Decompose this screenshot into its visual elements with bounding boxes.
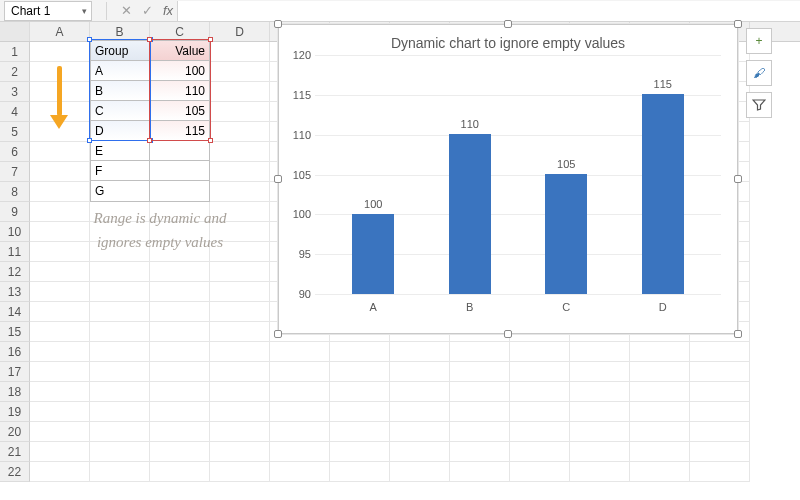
table-cell[interactable]: 105 (150, 101, 209, 121)
cell[interactable] (330, 442, 390, 462)
cell[interactable] (90, 382, 150, 402)
cell[interactable] (450, 442, 510, 462)
cell[interactable] (150, 322, 210, 342)
chart-bar[interactable]: 110 (440, 118, 500, 294)
cell[interactable] (270, 422, 330, 442)
cell[interactable] (450, 402, 510, 422)
cell[interactable] (450, 462, 510, 482)
cell[interactable] (690, 342, 750, 362)
cell[interactable] (330, 362, 390, 382)
cell[interactable] (30, 382, 90, 402)
chart-bar[interactable]: 115 (633, 78, 693, 294)
cell[interactable] (30, 242, 90, 262)
row-header[interactable]: 19 (0, 402, 30, 422)
chevron-down-icon[interactable]: ▾ (82, 6, 87, 16)
cell[interactable] (570, 442, 630, 462)
cell[interactable] (270, 362, 330, 382)
chart-handle[interactable] (734, 175, 742, 183)
chart-bar[interactable]: 100 (343, 198, 403, 294)
row-header[interactable]: 9 (0, 202, 30, 222)
chart-handle[interactable] (504, 20, 512, 28)
table-cell[interactable]: E (91, 141, 150, 161)
table-cell[interactable]: C (91, 101, 150, 121)
cell[interactable] (630, 442, 690, 462)
cell[interactable] (30, 342, 90, 362)
table-header-group[interactable]: Group (91, 41, 150, 61)
cell[interactable] (210, 162, 270, 182)
table-cell[interactable]: F (91, 161, 150, 181)
row-header[interactable]: 10 (0, 222, 30, 242)
chart-bar-rect[interactable] (642, 94, 684, 294)
cell[interactable] (30, 302, 90, 322)
row-header[interactable]: 22 (0, 462, 30, 482)
cell[interactable] (450, 362, 510, 382)
cell[interactable] (270, 382, 330, 402)
cell[interactable] (510, 362, 570, 382)
cell[interactable] (450, 382, 510, 402)
cell[interactable] (210, 442, 270, 462)
name-box[interactable]: Chart 1 ▾ (4, 1, 92, 21)
cell[interactable] (150, 362, 210, 382)
cell[interactable] (150, 442, 210, 462)
cell[interactable] (150, 302, 210, 322)
cell[interactable] (630, 422, 690, 442)
row-header[interactable]: 18 (0, 382, 30, 402)
cell[interactable] (210, 82, 270, 102)
cell[interactable] (30, 222, 90, 242)
cell[interactable] (210, 62, 270, 82)
cell[interactable] (90, 262, 150, 282)
row-header[interactable]: 3 (0, 82, 30, 102)
cell[interactable] (30, 462, 90, 482)
cell[interactable] (150, 342, 210, 362)
cell[interactable] (210, 422, 270, 442)
cell[interactable] (210, 382, 270, 402)
cell[interactable] (270, 342, 330, 362)
chart-bar-rect[interactable] (352, 214, 394, 294)
cell[interactable] (30, 142, 90, 162)
cell[interactable] (30, 322, 90, 342)
data-table[interactable]: Group Value A100 B110 C105 D115 E F G (90, 40, 210, 202)
table-header-value[interactable]: Value (150, 41, 209, 61)
chart-bar-rect[interactable] (545, 174, 587, 294)
cell[interactable] (630, 462, 690, 482)
row-header[interactable]: 12 (0, 262, 30, 282)
row-header[interactable]: 2 (0, 62, 30, 82)
cell[interactable] (690, 442, 750, 462)
cell[interactable] (630, 362, 690, 382)
chart-handle[interactable] (274, 330, 282, 338)
table-cell[interactable] (150, 161, 209, 181)
chart-handle[interactable] (734, 330, 742, 338)
cell[interactable] (150, 382, 210, 402)
cell[interactable] (30, 202, 90, 222)
cell[interactable] (210, 282, 270, 302)
col-header[interactable]: C (150, 22, 210, 41)
cell[interactable] (210, 262, 270, 282)
cell[interactable] (270, 442, 330, 462)
cell[interactable] (330, 382, 390, 402)
col-header[interactable]: A (30, 22, 90, 41)
col-header[interactable]: B (90, 22, 150, 41)
cell[interactable] (30, 422, 90, 442)
cell[interactable] (150, 262, 210, 282)
cell[interactable] (270, 402, 330, 422)
chart-title[interactable]: Dynamic chart to ignore empty values (279, 25, 737, 55)
cell[interactable] (330, 462, 390, 482)
cell[interactable] (390, 362, 450, 382)
chart-handle[interactable] (274, 20, 282, 28)
chart-bar[interactable]: 105 (536, 158, 596, 294)
cell[interactable] (510, 382, 570, 402)
cell[interactable] (90, 302, 150, 322)
cell[interactable] (690, 362, 750, 382)
cell[interactable] (210, 402, 270, 422)
cell[interactable] (30, 362, 90, 382)
cell[interactable] (90, 462, 150, 482)
cell[interactable] (390, 382, 450, 402)
cell[interactable] (390, 342, 450, 362)
cell[interactable] (90, 422, 150, 442)
chart-handle[interactable] (504, 330, 512, 338)
cell[interactable] (270, 462, 330, 482)
cell[interactable] (570, 462, 630, 482)
select-all-triangle[interactable] (0, 22, 30, 41)
cell[interactable] (510, 342, 570, 362)
table-cell[interactable]: 110 (150, 81, 209, 101)
